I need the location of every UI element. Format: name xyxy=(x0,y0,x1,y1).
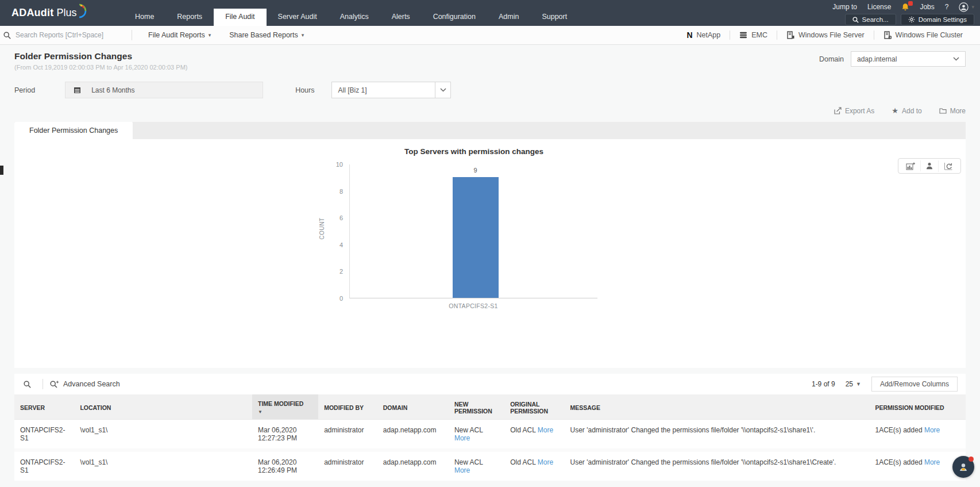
domain-select-value: adap.internal xyxy=(857,55,897,63)
modified-by-cell: administrator xyxy=(318,420,377,451)
file-server-icon xyxy=(786,31,794,39)
new-permission-cell: New ACL More xyxy=(449,420,504,451)
more-link[interactable]: More xyxy=(538,426,553,434)
more-link[interactable]: More xyxy=(454,466,470,474)
refresh-chart-icon[interactable] xyxy=(938,160,958,172)
page-size-dropdown[interactable]: 25 ▼ xyxy=(846,380,861,388)
nav-tab-configuration[interactable]: Configuration xyxy=(422,9,487,26)
hours-select-chevron[interactable] xyxy=(435,82,451,98)
share-based-reports-dropdown[interactable]: Share Based Reports ▾ xyxy=(220,31,313,39)
file-cluster-icon xyxy=(883,31,892,39)
domain-cell: adap.netapp.com xyxy=(377,420,449,451)
domain-settings-label: Domain Settings xyxy=(919,16,967,23)
col-header-modified-by[interactable]: MODIFIED BY xyxy=(318,394,377,420)
share-based-reports-label: Share Based Reports xyxy=(229,31,298,39)
page-head: Folder Permission Changes (From Oct 19,2… xyxy=(0,45,980,71)
chart-plot: 9 xyxy=(349,164,597,298)
chat-person-icon xyxy=(958,462,969,472)
search-icon[interactable] xyxy=(2,32,16,39)
user-report-icon[interactable] xyxy=(920,160,938,171)
more-link[interactable]: More xyxy=(924,426,940,434)
nav-tab-analytics[interactable]: Analytics xyxy=(329,9,380,26)
nav-tab-alerts[interactable]: Alerts xyxy=(380,9,422,26)
chat-notification-dot xyxy=(969,457,974,462)
nav-tab-admin[interactable]: Admin xyxy=(487,9,530,26)
original-permission-cell: Old ACL More xyxy=(504,420,564,451)
chevron-down-icon xyxy=(440,88,446,92)
period-label: Period xyxy=(14,86,35,94)
advanced-search-label: Advanced Search xyxy=(63,380,120,388)
windows-file-server-button[interactable]: Windows File Server xyxy=(777,31,874,39)
time-modified-cell: Mar 06,2020 12:27:23 PM xyxy=(252,420,318,451)
add-to-button[interactable]: ★ Add to xyxy=(892,106,921,115)
nav-tab-server-audit[interactable]: Server Audit xyxy=(267,9,329,26)
table-row: ONTAPCIFS2-S1\vol1_s1\Mar 06,2020 12:27:… xyxy=(14,420,966,451)
nav-tab-file-audit[interactable]: File Audit xyxy=(214,9,266,26)
emc-button[interactable]: EMC xyxy=(730,31,777,39)
tab-folder-permission-changes[interactable]: Folder Permission Changes xyxy=(14,122,133,139)
chart-bar[interactable] xyxy=(453,177,499,298)
report-table-body: ONTAPCIFS2-S1\vol1_s1\Mar 06,2020 12:27:… xyxy=(14,420,966,481)
col-header-permission-modified[interactable]: PERMISSION MODIFIED xyxy=(870,394,966,420)
netapp-button[interactable]: NNetApp xyxy=(677,30,730,40)
col-header-message[interactable]: MESSAGE xyxy=(565,394,870,420)
domain-settings-button[interactable]: Domain Settings xyxy=(901,14,974,25)
more-link[interactable]: More xyxy=(454,434,470,442)
add-chart-icon[interactable] xyxy=(901,160,920,172)
add-remove-columns-button[interactable]: Add/Remove Columns xyxy=(871,377,958,392)
more-link[interactable]: More xyxy=(538,458,553,466)
col-header-domain[interactable]: DOMAIN xyxy=(377,394,449,420)
toolbar-divider xyxy=(43,379,43,389)
table-header-row: SERVER LOCATION TIME MODIFIED ▼ MODIFIED… xyxy=(14,394,966,420)
original-permission-cell: Old ACL More xyxy=(504,450,564,481)
global-search-button[interactable]: Search... xyxy=(845,14,896,25)
calendar-icon xyxy=(74,86,81,94)
app-logo[interactable]: ADAudit Plus xyxy=(0,0,124,26)
chart-ytick: 2 xyxy=(339,268,343,275)
collapsed-panel-handle[interactable] xyxy=(0,166,3,175)
period-value: Last 6 Months xyxy=(91,86,134,94)
server-cell: ONTAPCIFS2-S1 xyxy=(14,420,74,451)
app-header: ADAudit Plus HomeReportsFile AuditServer… xyxy=(0,0,980,26)
nav-tab-reports[interactable]: Reports xyxy=(165,9,214,26)
notifications-bell-icon[interactable] xyxy=(901,3,909,11)
license-link[interactable]: License xyxy=(867,3,891,11)
nav-tab-support[interactable]: Support xyxy=(530,9,578,26)
pagination-info: 1-9 of 9 xyxy=(812,380,835,388)
notification-badge xyxy=(908,1,913,6)
user-avatar[interactable]: ▾ xyxy=(959,2,974,12)
period-picker[interactable]: Last 6 Months xyxy=(65,82,263,98)
more-link[interactable]: More xyxy=(924,458,940,466)
domain-label: Domain xyxy=(819,55,844,63)
windows-file-cluster-button[interactable]: Windows File Cluster xyxy=(874,31,972,39)
advanced-search-button[interactable]: Advanced Search xyxy=(50,380,120,388)
file-audit-reports-label: File Audit Reports xyxy=(148,31,205,39)
col-header-new-permission[interactable]: NEW PERMISSION xyxy=(449,394,504,420)
col-header-time-modified[interactable]: TIME MODIFIED ▼ xyxy=(252,394,318,420)
nav-tab-home[interactable]: Home xyxy=(124,9,165,26)
chart-ytick: 4 xyxy=(339,241,343,248)
more-button[interactable]: More xyxy=(939,106,966,115)
search-reports-input[interactable] xyxy=(16,31,125,39)
export-as-button[interactable]: Export As xyxy=(834,106,874,115)
domain-select[interactable]: adap.internal xyxy=(851,51,966,67)
file-audit-reports-dropdown[interactable]: File Audit Reports ▾ xyxy=(139,31,220,39)
add-to-label: Add to xyxy=(902,107,922,115)
logo-text-bold: ADAudit xyxy=(11,7,53,19)
gear-icon xyxy=(908,16,915,23)
report-table: SERVER LOCATION TIME MODIFIED ▼ MODIFIED… xyxy=(14,394,966,481)
filter-row: Period Last 6 Months Hours All [Biz 1] xyxy=(0,71,980,98)
windows-file-server-button-label: Windows File Server xyxy=(798,31,865,39)
modified-by-cell: administrator xyxy=(318,450,377,481)
col-header-original-permission[interactable]: ORIGINAL PERMISSION xyxy=(504,394,564,420)
col-header-server[interactable]: SERVER xyxy=(14,394,74,420)
help-link[interactable]: ? xyxy=(945,3,949,11)
col-header-location[interactable]: LOCATION xyxy=(74,394,252,420)
hours-label: Hours xyxy=(295,86,314,94)
table-search-icon[interactable] xyxy=(22,381,36,388)
hours-select[interactable]: All [Biz 1] xyxy=(331,82,435,98)
jump-to-link[interactable]: Jump to xyxy=(832,3,857,11)
emc-button-label: EMC xyxy=(751,31,767,39)
jobs-link[interactable]: Jobs xyxy=(920,3,934,11)
support-chat-widget[interactable] xyxy=(952,456,974,478)
